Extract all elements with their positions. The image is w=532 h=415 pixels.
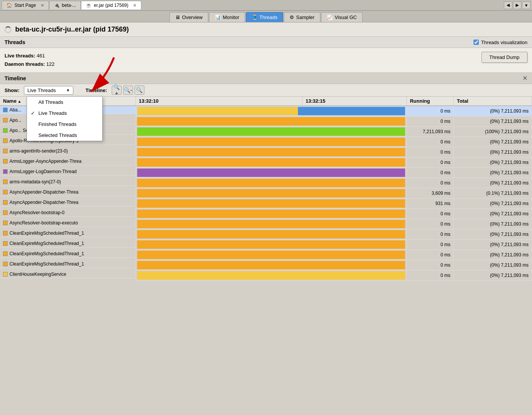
thread-color-indicator <box>3 108 8 112</box>
thread-bar-container <box>137 210 405 218</box>
threads-visualization-checkbox[interactable] <box>473 40 479 45</box>
start-page-close[interactable]: ✕ <box>41 3 44 8</box>
table-row[interactable]: AsyncAppender-Dispatcher-Threa3,609 ms(0… <box>0 188 532 199</box>
tab-sampler[interactable]: ⚙ Sampler <box>284 12 320 22</box>
thread-total-cell: (0%) 7,211,093 ms <box>454 168 532 178</box>
thread-bar-container <box>137 261 405 269</box>
table-row[interactable]: arms-metadata-syn(27-0)0 ms(0%) 7,211,09… <box>0 178 532 188</box>
thread-running-cell: 0 ms <box>407 209 453 219</box>
dropdown-item-live-threads[interactable]: Live Threads <box>27 108 102 119</box>
zoom-in-button[interactable]: 🔍+ <box>112 86 122 95</box>
thread-name-cell: CleanExpireMsgScheduledThread_1 <box>0 229 136 237</box>
nav-left[interactable]: ◀ <box>504 2 512 9</box>
thread-bar-cell <box>136 209 407 219</box>
thread-bar-container <box>137 189 405 197</box>
show-bar: Show: Live Threads ▼ All Threads Live Th… <box>0 84 532 97</box>
thread-color-indicator <box>3 159 8 164</box>
nav-arrows: ◀ ▶ ▼ <box>504 2 530 9</box>
bar-segment <box>298 107 405 115</box>
thread-running-cell: 0 ms <box>407 168 453 178</box>
table-row[interactable]: CleanExpireMsgScheduledThread_10 ms(0%) … <box>0 250 532 260</box>
bar-segment <box>137 158 405 167</box>
table-row[interactable]: arms-agentInfo-sender(23-0)0 ms(0%) 7,21… <box>0 147 532 157</box>
bar-segment <box>137 220 405 228</box>
stats-text: Live threads: 461 Daemon threads: 122 <box>5 52 55 68</box>
zoom-out-button[interactable]: 🔍- <box>123 86 133 95</box>
thread-color-indicator <box>3 138 8 143</box>
thread-total-cell: (0%) 7,211,093 ms <box>454 137 532 147</box>
table-row[interactable]: ArmsLogger-LogDaemon-Thread0 ms(0%) 7,21… <box>0 168 532 178</box>
thread-name-text: Aba... <box>10 107 21 113</box>
nav-dropdown[interactable]: ▼ <box>522 2 530 9</box>
thread-bar-cell <box>136 260 407 270</box>
thread-bar-cell <box>136 157 407 168</box>
tab-monitor[interactable]: 📊 Monitor <box>209 12 245 22</box>
stats-row: Live threads: 461 Daemon threads: 122 Th… <box>0 48 532 73</box>
overview-icon: 🖥 <box>175 14 180 20</box>
app-title-bar: beta-uc.jr-cu5r-ju..er.jar (pid 17569) <box>0 22 532 37</box>
thread-name-text: CleanExpireMsgScheduledThread_1 <box>10 241 84 246</box>
table-row[interactable]: ClientHouseKeepingService0 ms(0%) 7,211,… <box>0 270 532 281</box>
tab-threads[interactable]: 🧵 Threads <box>246 12 283 22</box>
thread-bar-container <box>137 117 405 126</box>
dropdown-item-finished-threads[interactable]: Finished Threads <box>27 119 102 130</box>
threads-icon: 🧵 <box>252 14 258 20</box>
thread-dump-button[interactable]: Thread Dump <box>481 52 527 63</box>
dropdown-item-selected-threads[interactable]: Selected Threads <box>27 130 102 141</box>
threads-visualization-toggle[interactable]: Threads visualization <box>473 40 527 45</box>
table-row[interactable]: AsyncResolver-bootstrap-00 ms(0%) 7,211,… <box>0 209 532 219</box>
zoom-reset-button[interactable]: 🔍 <box>135 86 144 95</box>
thread-bar-container <box>137 240 405 249</box>
thread-total-cell: (0%) 7,211,093 ms <box>454 106 532 116</box>
threads-label: Threads <box>260 14 278 20</box>
thread-bar-cell <box>136 168 407 178</box>
thread-bar-cell <box>136 147 407 157</box>
thread-color-indicator <box>3 231 8 235</box>
start-page-tab[interactable]: 🏠 Start Page ✕ <box>2 1 49 10</box>
thread-total-cell: (0%) 7,211,093 ms <box>454 209 532 219</box>
thread-color-indicator <box>3 262 8 266</box>
bar-segment <box>137 210 405 218</box>
thread-running-cell: 0 ms <box>407 219 453 229</box>
thread-running-cell: 0 ms <box>407 137 453 147</box>
thread-total-cell: (0%) 7,211,093 ms <box>454 270 532 281</box>
bar-segment <box>137 179 405 187</box>
table-row[interactable]: CleanExpireMsgScheduledThread_10 ms(0%) … <box>0 240 532 250</box>
zoom-buttons: 🔍+ 🔍- 🔍 <box>112 86 144 95</box>
jmx-tab[interactable]: 🔌 beta-... <box>49 1 81 10</box>
col-running[interactable]: Running <box>407 97 453 106</box>
thread-bar-cell <box>136 106 407 116</box>
overview-label: Overview <box>182 14 203 20</box>
timeline-close-button[interactable]: ✕ <box>522 75 527 82</box>
visualgc-icon: 📈 <box>327 14 333 20</box>
table-row[interactable]: AsyncResolver-bootstrap-executo0 ms(0%) … <box>0 219 532 229</box>
thread-name-text: AsyncResolver-bootstrap-0 <box>10 210 65 215</box>
table-row[interactable]: ArmsLogger-AsyncAppender-Threa0 ms(0%) 7… <box>0 157 532 168</box>
tab-overview[interactable]: 🖥 Overview <box>169 12 208 22</box>
timeline-label: Timeline: <box>86 87 107 93</box>
pid-label: er.jar (pid 17569) <box>94 3 128 8</box>
thread-total-cell: (0%) 7,211,093 ms <box>454 260 532 270</box>
thread-running-cell: 931 ms <box>407 199 453 209</box>
thread-bar-cell <box>136 250 407 260</box>
pid-tab[interactable]: ☕ er.jar (pid 17569) ✕ <box>81 1 141 10</box>
tab-visualgc[interactable]: 📈 Visual GC <box>321 12 363 22</box>
thread-bar-container <box>137 138 405 146</box>
thread-bar-cell <box>136 137 407 147</box>
dropdown-item-all-threads[interactable]: All Threads <box>27 97 102 108</box>
thread-name-text: CleanExpireMsgScheduledThread_1 <box>10 261 84 267</box>
thread-total-cell: (100%) 7,211,093 ms <box>454 127 532 137</box>
threads-visualization-label: Threads visualization <box>481 40 527 45</box>
thread-bar-cell <box>136 219 407 229</box>
table-row[interactable]: AsyncAppender-Dispatcher-Threa931 ms(0%)… <box>0 199 532 209</box>
thread-running-cell: 0 ms <box>407 147 453 157</box>
table-row[interactable]: CleanExpireMsgScheduledThread_10 ms(0%) … <box>0 229 532 240</box>
show-dropdown[interactable]: Live Threads ▼ <box>24 86 73 95</box>
start-page-label: Start Page <box>14 3 36 8</box>
nav-right[interactable]: ▶ <box>513 2 521 9</box>
pid-close[interactable]: ✕ <box>133 3 136 8</box>
monitor-label: Monitor <box>223 14 239 20</box>
thread-color-indicator <box>3 200 8 205</box>
table-row[interactable]: CleanExpireMsgScheduledThread_10 ms(0%) … <box>0 260 532 270</box>
thread-bar-container <box>137 199 405 208</box>
